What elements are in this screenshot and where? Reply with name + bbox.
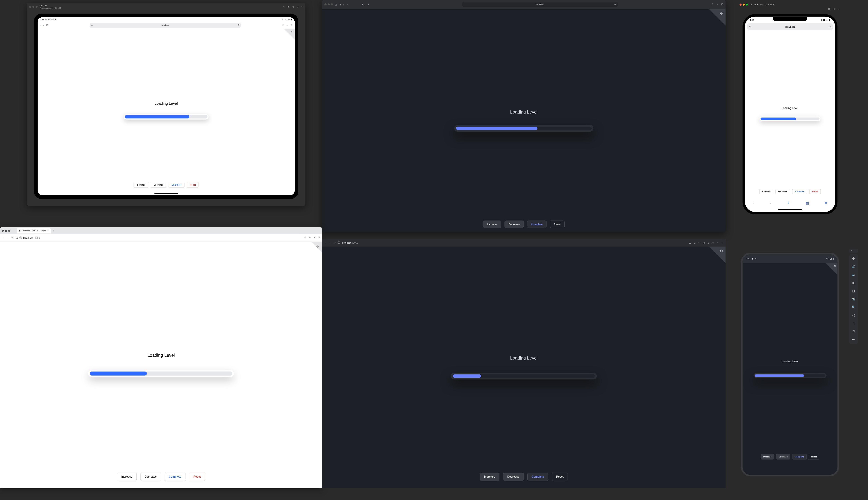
screenshot-icon[interactable]: ▣ (287, 5, 289, 8)
forward-icon[interactable]: › (43, 24, 44, 26)
rotate-icon[interactable]: ↻ (838, 8, 840, 12)
decrease-button[interactable]: Decrease (505, 221, 524, 228)
increase-button[interactable]: Increase (480, 473, 499, 481)
reset-button[interactable]: Reset (189, 473, 205, 481)
tab-close-icon[interactable]: × (47, 229, 49, 232)
reset-button[interactable]: Reset (809, 189, 821, 194)
complete-button[interactable]: Complete (164, 473, 185, 481)
reader-aa-icon[interactable]: AA (749, 26, 751, 28)
visbug-corner[interactable]: ⚙︎ (298, 241, 322, 265)
back-icon[interactable]: ← (324, 241, 327, 244)
decrease-button[interactable]: Decrease (776, 189, 790, 194)
reload-icon[interactable]: ⟳ (238, 24, 240, 26)
sidebar-icon[interactable]: ▥ (46, 24, 48, 26)
shield-icon[interactable]: ◐ (362, 3, 364, 6)
back-icon[interactable]: ‹ (753, 201, 754, 205)
info-icon[interactable]: ⓘ (338, 241, 340, 245)
bookmarks-icon[interactable]: ▤ (806, 201, 809, 205)
share-icon[interactable]: ⇪ (282, 24, 284, 26)
forward-icon[interactable]: → (329, 241, 331, 244)
browser-tab[interactable]: ◆ Progress | GUI Challenges × (17, 228, 51, 233)
overview-nav-icon[interactable]: □ (853, 330, 855, 333)
decrease-button[interactable]: Decrease (503, 473, 524, 481)
home-indicator[interactable] (154, 193, 178, 194)
reader-aa-icon[interactable]: AA (91, 24, 93, 26)
camera-icon[interactable]: 📷 (852, 297, 855, 301)
extension-icon[interactable]: ◉ (703, 241, 705, 244)
reset-button[interactable]: Reset (550, 221, 565, 228)
zoom-icon[interactable]: 🔍 (852, 305, 855, 309)
reset-button[interactable]: Reset (552, 473, 568, 481)
url-field[interactable]: ⛨ ⓘ localhost:3000 (16, 236, 302, 239)
home-indicator[interactable] (778, 209, 802, 210)
tabs-icon[interactable]: ⊞ (721, 3, 723, 6)
window-traffic-lights[interactable] (2, 230, 10, 232)
reload-icon[interactable]: ⟳ (11, 237, 13, 239)
ipad-url-field[interactable]: AA localhost ⟳ (89, 23, 241, 27)
visbug-corner[interactable]: ⚙︎ (821, 263, 837, 280)
reading-list-icon[interactable]: ≔ (712, 241, 715, 244)
decrease-button[interactable]: Decrease (140, 473, 161, 481)
newtab-icon[interactable]: ＋ (286, 24, 288, 27)
decrease-button[interactable]: Decrease (151, 182, 166, 188)
install-icon[interactable]: ⬓ (689, 241, 691, 244)
increase-button[interactable]: Increase (759, 189, 773, 194)
extension-icon[interactable]: ⚑ (314, 237, 316, 239)
increase-button[interactable]: Increase (134, 182, 148, 188)
back-icon[interactable]: ‹ (40, 24, 41, 26)
more-icon[interactable]: ⋯ (852, 338, 855, 341)
tabs-icon[interactable]: ⧉ (291, 24, 292, 26)
newtab-icon[interactable]: ＋ (716, 3, 718, 6)
forward-icon[interactable]: → (7, 237, 9, 239)
complete-button[interactable]: Complete (169, 182, 184, 188)
back-icon[interactable]: ‹ (343, 3, 344, 6)
visbug-corner[interactable]: ⚙︎ (702, 247, 726, 270)
reload-icon[interactable]: ⟳ (614, 3, 616, 6)
forward-icon[interactable]: › (347, 3, 348, 6)
safari-url-field[interactable]: localhost ⟳ (462, 2, 618, 7)
power-icon[interactable]: ⏻ (852, 257, 855, 260)
back-nav-icon[interactable]: ◁ (852, 314, 855, 317)
decrease-button[interactable]: Decrease (776, 454, 790, 459)
increase-button[interactable]: Increase (117, 473, 137, 481)
share-icon[interactable]: ⇪ (711, 3, 713, 6)
back-icon[interactable]: ← (2, 237, 5, 239)
window-traffic-lights[interactable] (29, 6, 38, 8)
url-field[interactable]: ⓘ localhost:3000 (338, 241, 686, 245)
newtab-icon[interactable]: ＋ (52, 229, 55, 232)
visbug-corner[interactable]: ⚙︎ (279, 29, 295, 44)
window-traffic-lights[interactable] (740, 4, 748, 6)
menu-icon[interactable]: ⋮ (721, 241, 723, 244)
increase-button[interactable]: Increase (761, 454, 774, 459)
extension-icon[interactable]: ✎ (309, 237, 311, 239)
rotate-left-icon[interactable]: ◧ (852, 281, 855, 285)
increase-button[interactable]: Increase (483, 221, 501, 228)
share-icon[interactable]: ⇪ (694, 241, 695, 244)
iphone-url-field[interactable]: AA localhost ⟳ (747, 23, 833, 30)
window-traffic-lights[interactable] (324, 3, 333, 5)
reload-icon[interactable]: ⟳ (829, 25, 831, 28)
complete-button[interactable]: Complete (527, 473, 548, 481)
info-icon[interactable]: ⓘ (20, 236, 22, 239)
record-icon[interactable]: ◉ (292, 5, 294, 8)
profile-icon[interactable]: ● (717, 241, 718, 244)
rotate-icon[interactable]: ↻ (301, 5, 303, 8)
reset-button[interactable]: Reset (187, 182, 198, 188)
menu-icon[interactable]: ≡ (318, 237, 320, 239)
theme-icon[interactable]: ◑ (367, 3, 369, 6)
home-icon[interactable]: ⌂ (834, 8, 835, 12)
share-icon[interactable]: ⇪ (787, 201, 790, 205)
complete-button[interactable]: Complete (792, 189, 808, 194)
screenshot-icon[interactable]: ▣ (828, 8, 830, 12)
volume-up-icon[interactable]: 🔊 (852, 264, 855, 268)
bolt-icon[interactable]: ⚡︎ (283, 5, 285, 8)
home-nav-icon[interactable]: ○ (853, 322, 855, 325)
bookmark-star-icon[interactable]: ☆ (304, 237, 306, 239)
home-icon[interactable]: ⌂ (297, 5, 298, 8)
volume-down-icon[interactable]: 🔉 (852, 273, 855, 276)
bookmark-star-icon[interactable]: ☆ (698, 241, 700, 244)
reset-button[interactable]: Reset (809, 454, 819, 459)
rotate-right-icon[interactable]: ◨ (852, 289, 855, 293)
complete-button[interactable]: Complete (527, 221, 547, 228)
visbug-corner[interactable]: ⚙︎ (702, 9, 726, 33)
